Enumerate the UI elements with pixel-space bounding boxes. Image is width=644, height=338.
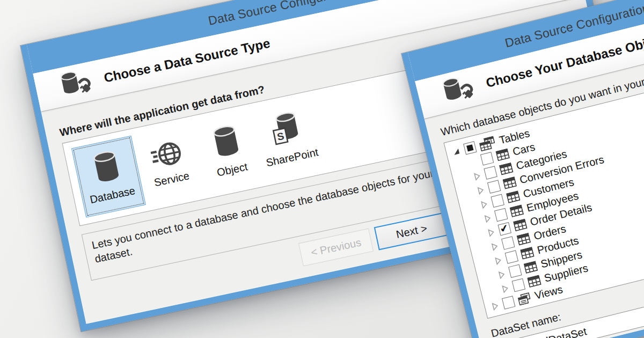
checkbox-unchecked[interactable] — [505, 250, 518, 263]
views-icon — [517, 292, 532, 305]
tile-label: Service — [153, 170, 191, 189]
checkbox-unchecked[interactable] — [512, 278, 525, 292]
expander-collapsed-icon[interactable] — [476, 185, 485, 195]
database-plug-icon — [438, 72, 478, 109]
checkbox-checked[interactable] — [498, 222, 511, 236]
expander-collapsed-icon[interactable] — [487, 227, 496, 237]
checkbox-unchecked[interactable] — [491, 194, 504, 208]
table-icon — [520, 247, 535, 260]
checkbox-unchecked[interactable] — [484, 166, 497, 179]
next-button-label: Next > — [395, 222, 428, 241]
tile-label: Object — [216, 160, 248, 179]
checkbox-unchecked[interactable] — [494, 208, 508, 222]
database-cylinder-icon — [90, 149, 123, 187]
checkbox-indeterminate[interactable] — [463, 141, 477, 155]
wizard-window-database-objects: Data Source Configuration Wizard Choose … — [401, 0, 644, 338]
object-cylinder-icon — [210, 124, 243, 162]
expander-collapsed-icon[interactable] — [501, 283, 510, 293]
previous-button-label: < Previous — [310, 236, 362, 259]
table-icon — [516, 233, 531, 246]
expander-expanded-icon[interactable] — [452, 146, 461, 157]
tile-label: Database — [89, 185, 136, 206]
table-icon — [506, 190, 521, 203]
expander-collapsed-icon[interactable] — [483, 213, 492, 223]
checkbox-unchecked[interactable] — [501, 236, 515, 249]
table-icon — [509, 204, 524, 217]
expander-collapsed-icon[interactable] — [490, 241, 499, 252]
table-icon — [523, 261, 538, 274]
table-icon — [502, 177, 517, 189]
expander-collapsed-icon[interactable] — [480, 199, 489, 209]
checkbox-unchecked[interactable] — [480, 152, 494, 165]
checkbox-unchecked[interactable] — [487, 180, 501, 193]
tile-label: SharePoint — [265, 146, 320, 169]
database-plug-icon — [56, 67, 96, 102]
table-icon — [513, 218, 528, 231]
expander-collapsed-icon[interactable] — [473, 171, 482, 181]
expander-collapsed-icon[interactable] — [497, 269, 506, 280]
checkbox-unchecked[interactable] — [502, 296, 515, 309]
service-globe-icon — [149, 139, 184, 172]
checkbox-unchecked[interactable] — [508, 264, 522, 278]
stage: Data Source Configuration Wizard Choose … — [0, 0, 644, 338]
expander-collapsed-icon[interactable] — [494, 255, 503, 266]
table-icon — [495, 148, 510, 161]
expander-collapsed-icon[interactable] — [491, 301, 500, 311]
table-icon — [527, 275, 541, 288]
sharepoint-icon: S — [269, 111, 303, 150]
table-icon — [499, 163, 514, 175]
